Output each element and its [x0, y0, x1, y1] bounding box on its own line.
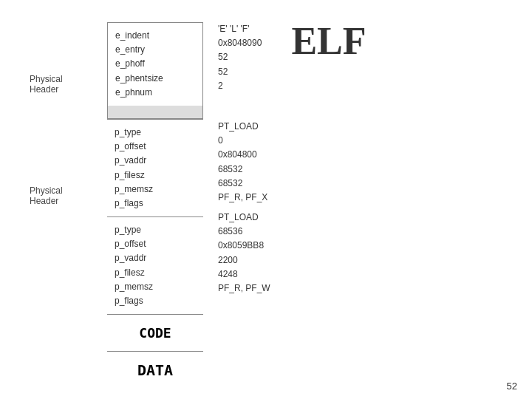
elf-field-ephoff: e_phoff	[115, 57, 195, 71]
phdr2-ptype: p_type	[115, 223, 196, 237]
phdr1-pmemsz: p_memsz	[115, 183, 196, 197]
main-layout: PhysicalHeader PhysicalHeader e_indent e…	[30, 22, 517, 388]
code-label: CODE	[139, 325, 171, 341]
elf-values: 'E' 'L' 'F' 0x8048090 52 52 2	[218, 22, 262, 93]
phdr1-val-ptype: PT_LOAD	[218, 120, 366, 134]
phdr2-pflags: p_flags	[115, 294, 196, 308]
elf-val-eindent: 'E' 'L' 'F'	[218, 22, 262, 36]
phdr2-values: PT_LOAD 68536 0x8059BB8 2200 4248 PF_R, …	[218, 205, 366, 296]
phdr2-box: p_type p_offset p_vaddr p_filesz p_memsz…	[107, 216, 203, 314]
elf-field-eindent: e_indent	[115, 29, 195, 43]
elf-field-ephentsize: e_phentsize	[115, 72, 195, 86]
phdr1-val-pvaddr: 0x804800	[218, 148, 366, 162]
elf-val-ephoff: 52	[218, 50, 262, 64]
phdr2-pfilesz: p_filesz	[115, 266, 196, 280]
phdr2-val-ptype: PT_LOAD	[218, 211, 366, 225]
phdr1-val-pflags: PF_R, PF_X	[218, 191, 366, 205]
phdr1-pflags: p_flags	[115, 197, 196, 211]
phdr2-val-poffset: 68536	[218, 225, 366, 239]
divider-bar	[107, 106, 203, 119]
right-column: 'E' 'L' 'F' 0x8048090 52 52 2 ELF PT_LOA…	[218, 22, 366, 388]
phdr1-pvaddr: p_vaddr	[115, 154, 196, 168]
elf-header-box: e_indent e_entry e_phoff e_phentsize e_p…	[107, 22, 203, 106]
elf-val-eentry: 0x8048090	[218, 36, 262, 50]
phdr2-val-pmemsz: 4248	[218, 267, 366, 282]
phdr1-values: PT_LOAD 0 0x804800 68532 68532 PF_R, PF_…	[218, 114, 366, 205]
phdr1-poffset: p_offset	[115, 140, 196, 154]
data-label: DATA	[137, 361, 173, 379]
phdr2-val-pvaddr: 0x8059BB8	[218, 239, 366, 253]
elf-title: ELF	[291, 22, 366, 61]
physical-header-label-1: PhysicalHeader	[30, 66, 103, 163]
code-box: CODE	[107, 314, 203, 351]
phdr2-pvaddr: p_vaddr	[115, 251, 196, 265]
phdr1-ptype: p_type	[115, 126, 196, 140]
physical-header-label-2: PhysicalHeader	[30, 163, 103, 229]
left-labels: PhysicalHeader PhysicalHeader	[30, 22, 103, 388]
page: PhysicalHeader PhysicalHeader e_indent e…	[0, 0, 532, 399]
phdr1-val-pfilesz: 68532	[218, 163, 366, 177]
elf-title-row: 'E' 'L' 'F' 0x8048090 52 52 2 ELF	[218, 22, 366, 93]
phdr2-val-pfilesz: 2200	[218, 253, 366, 267]
elf-val-ephnum: 2	[218, 79, 262, 93]
data-box: DATA	[107, 351, 203, 388]
elf-field-eentry: e_entry	[115, 43, 195, 57]
right-spacer	[218, 100, 366, 114]
phdr1-pfilesz: p_filesz	[115, 168, 196, 183]
phdr1-val-poffset: 0	[218, 134, 366, 148]
elf-val-ephentsize: 52	[218, 65, 262, 79]
phdr2-val-pflags: PF_R, PF_W	[218, 282, 366, 296]
phdr1-box: p_type p_offset p_vaddr p_filesz p_memsz…	[107, 119, 203, 216]
phdr1-val-pmemsz: 68532	[218, 177, 366, 191]
elf-field-ephnum: e_phnum	[115, 86, 195, 100]
phdr2-pmemsz: p_memsz	[115, 280, 196, 294]
page-number: 52	[507, 381, 517, 392]
phdr2-poffset: p_offset	[115, 237, 196, 251]
center-column: e_indent e_entry e_phoff e_phentsize e_p…	[107, 22, 203, 388]
